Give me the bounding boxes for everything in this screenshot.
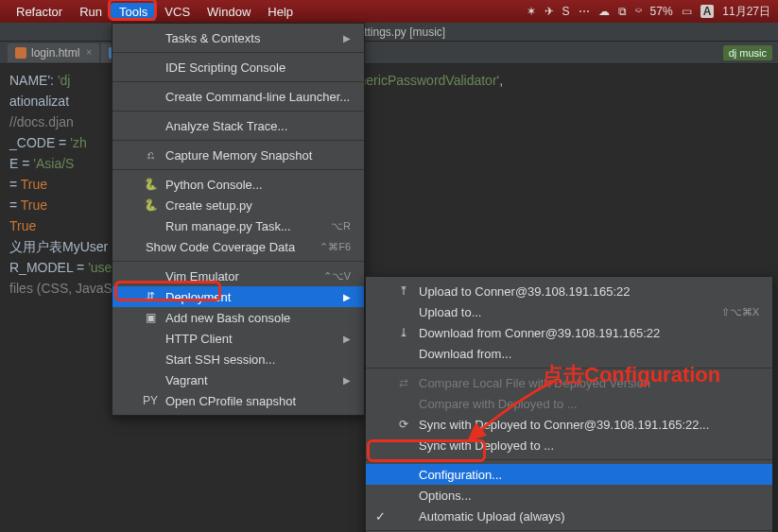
cloud-icon[interactable]: ☁ <box>598 5 610 18</box>
menu-item-label: IDE Scripting Console <box>165 60 351 75</box>
menu-item-icon: ⤓ <box>396 325 411 340</box>
close-icon[interactable]: × <box>86 47 92 58</box>
tools-menu-item[interactable]: ⇵Deployment▶ <box>112 286 364 307</box>
menu-item-label: Python Console... <box>165 178 351 192</box>
battery-text: 57% <box>650 5 673 18</box>
menu-item-icon <box>396 508 411 523</box>
status-tray: ✶ ✈ S ⋯ ☁ ⧉ ⌔ 57% ▭ A 11月27日 <box>527 4 770 20</box>
tools-menu-item[interactable]: HTTP Client▶ <box>112 328 364 349</box>
menu-item-icon <box>396 438 411 453</box>
menu-item-icon: ⎌ <box>143 147 158 163</box>
menu-window[interactable]: Window <box>199 3 259 21</box>
menu-item-label: Create Command-line Launcher... <box>165 90 351 104</box>
menu-item-label: Run manage.py Task... <box>165 219 306 233</box>
tools-menu-item[interactable]: PYOpen CProfile snapshot <box>112 390 364 411</box>
menu-item-icon <box>396 396 411 411</box>
menu-item-icon <box>396 304 411 319</box>
tools-menu-item[interactable]: Create Command-line Launcher... <box>112 86 364 107</box>
project-label[interactable]: dj music <box>723 45 772 60</box>
screens-icon[interactable]: ⧉ <box>618 5 627 18</box>
tools-menu-item[interactable]: Start SSH session... <box>112 349 364 369</box>
deploy-menu-item[interactable]: Sync with Deployed to ... <box>366 435 772 455</box>
menu-item-label: HTTP Client <box>165 332 336 346</box>
wifi-icon[interactable]: ⌔ <box>635 5 642 18</box>
submenu-arrow-icon: ▶ <box>343 375 351 386</box>
shortcut-text: ⌃⌥V <box>323 270 351 283</box>
dots-icon[interactable]: ⋯ <box>579 5 590 18</box>
menu-item-icon <box>396 346 411 361</box>
tools-menu-item[interactable]: ▣Add new Bash console <box>112 307 364 328</box>
menu-item-label: Vagrant <box>165 373 336 387</box>
deploy-menu-item[interactable]: Configuration... <box>366 464 772 485</box>
menu-item-label: Vim Emulator <box>165 269 299 283</box>
tools-menu-item[interactable]: 🐍Create setup.py <box>112 195 364 215</box>
deploy-menu-item[interactable]: ⤒Upload to Conner@39.108.191.165:22 <box>366 281 772 301</box>
menu-item-icon <box>143 30 158 45</box>
menu-item-label: Add new Bash console <box>165 311 351 325</box>
menu-item-icon: 🐍 <box>143 197 158 213</box>
deploy-menu-item: ⇄Compare Local File with Deployed Versio… <box>366 372 772 393</box>
menu-item-label: Analyze Stack Trace... <box>165 119 351 133</box>
tools-dropdown: Tasks & Contexts▶IDE Scripting ConsoleCr… <box>112 23 365 416</box>
submenu-arrow-icon: ▶ <box>343 292 351 302</box>
editor-tab[interactable]: login.html× <box>8 43 99 62</box>
tools-menu-item[interactable]: Analyze Stack Trace... <box>112 115 364 136</box>
menu-item-icon <box>143 60 158 75</box>
shortcut-text: ⌥R <box>331 220 351 232</box>
tools-menu-item[interactable]: Vagrant▶ <box>112 369 364 390</box>
menu-item-label: Deployment <box>165 290 336 304</box>
tools-menu-item[interactable]: Vim Emulator⌃⌥V <box>112 266 364 286</box>
menu-item-icon <box>143 118 158 133</box>
shortcut-text: ⌃⌘F6 <box>320 241 351 253</box>
menu-item-icon <box>133 239 138 254</box>
menu-item-icon <box>396 488 411 503</box>
menu-item-label: Start SSH session... <box>165 352 351 367</box>
battery-icon[interactable]: ▭ <box>682 5 692 18</box>
menu-item-icon: ⟳ <box>396 417 411 432</box>
menu-tools[interactable]: Tools <box>111 3 156 21</box>
menu-item-label: Automatic Upload (always) <box>419 509 759 523</box>
menu-item-icon <box>143 331 158 346</box>
menu-refactor[interactable]: Refactor <box>8 3 71 21</box>
deploy-menu-item[interactable]: Upload to...⇧⌥⌘X <box>366 301 772 322</box>
deploy-menu-item[interactable]: ⤓Download from Conner@39.108.191.165:22 <box>366 322 772 343</box>
menu-item-icon <box>143 372 158 387</box>
menu-item-label: Capture Memory Snapshot <box>165 148 351 163</box>
menu-item-icon: ⤒ <box>396 283 411 299</box>
tools-menu-item[interactable]: Run manage.py Task...⌥R <box>112 215 364 236</box>
menu-item-label: Open CProfile snapshot <box>165 394 351 408</box>
deployment-submenu: ⤒Upload to Conner@39.108.191.165:22Uploa… <box>365 276 773 532</box>
menu-item-icon: 🐍 <box>143 177 158 192</box>
tools-menu-item[interactable]: IDE Scripting Console <box>112 57 364 77</box>
menu-vcs[interactable]: VCS <box>156 3 199 21</box>
tools-menu-item[interactable]: 🐍Python Console... <box>112 174 364 195</box>
tab-label: login.html <box>31 46 79 60</box>
wechat-icon[interactable]: ✶ <box>527 5 536 18</box>
tools-menu-item[interactable]: Tasks & Contexts▶ <box>112 27 364 48</box>
menu-item-label: Show Code Coverage Data <box>146 240 295 254</box>
menu-item-label: Create setup.py <box>165 198 351 213</box>
tools-menu-item[interactable]: Show Code Coverage Data⌃⌘F6 <box>112 236 364 257</box>
menu-item-icon: ⇄ <box>396 375 411 390</box>
menu-item-label: Sync with Deployed to Conner@39.108.191.… <box>419 418 759 432</box>
deploy-menu-item[interactable]: ✓Automatic Upload (always) <box>366 506 772 526</box>
deploy-menu-item[interactable]: ⟳Sync with Deployed to Conner@39.108.191… <box>366 414 772 435</box>
check-icon: ✓ <box>375 509 389 523</box>
menu-run[interactable]: Run <box>71 3 111 21</box>
menu-help[interactable]: Help <box>259 3 302 21</box>
deploy-menu-item[interactable]: Options... <box>366 485 772 506</box>
plane-icon[interactable]: ✈ <box>545 5 554 18</box>
input-icon[interactable]: A <box>700 5 715 18</box>
menu-item-label: Tasks & Contexts <box>165 31 336 45</box>
menu-item-label: Options... <box>419 489 759 503</box>
menu-item-icon <box>396 467 411 482</box>
menu-item-icon: ⇵ <box>143 289 158 304</box>
s-icon[interactable]: S <box>562 5 570 18</box>
menu-item-label: Upload to... <box>419 305 697 319</box>
menu-item-label: Download from... <box>419 347 759 361</box>
menu-item-icon <box>143 352 158 367</box>
tools-menu-item[interactable]: ⎌Capture Memory Snapshot <box>112 145 364 165</box>
menu-item-label: Download from Conner@39.108.191.165:22 <box>419 326 759 340</box>
deploy-menu-item: Compare with Deployed to ... <box>366 393 772 414</box>
deploy-menu-item[interactable]: Download from... <box>366 343 772 364</box>
